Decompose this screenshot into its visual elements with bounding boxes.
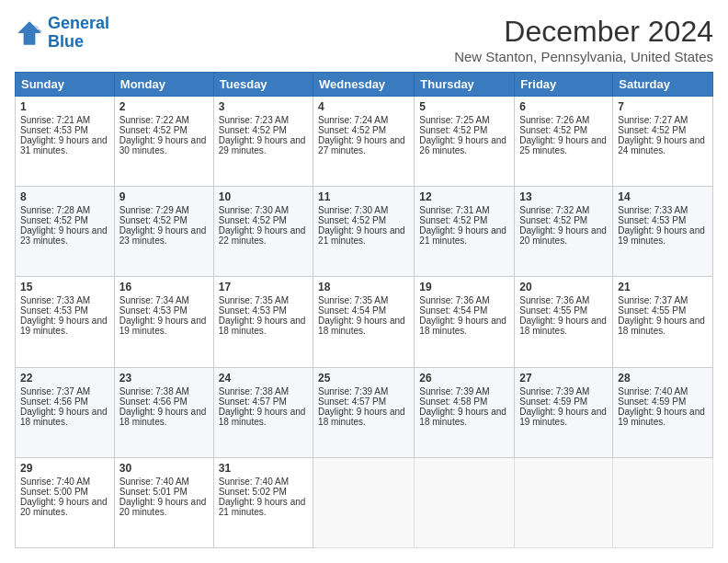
- title-area: December 2024 New Stanton, Pennsylvania,…: [454, 15, 713, 64]
- day-number: 18: [318, 281, 409, 293]
- daylight-label: Daylight: 9 hours and 18 minutes.: [419, 316, 506, 336]
- page: General Blue December 2024 New Stanton, …: [0, 0, 728, 563]
- sunset-label: Sunset: 4:56 PM: [119, 396, 188, 407]
- day-number: 27: [519, 372, 608, 385]
- sunrise-label: Sunrise: 7:38 AM: [119, 386, 189, 396]
- day-number: 9: [119, 190, 209, 203]
- daylight-label: Daylight: 9 hours and 18 minutes.: [318, 407, 405, 427]
- daylight-label: Daylight: 9 hours and 30 minutes.: [119, 135, 207, 155]
- sunset-label: Sunset: 5:00 PM: [20, 487, 88, 497]
- calendar-cell: 29 Sunrise: 7:40 AM Sunset: 5:00 PM Dayl…: [16, 457, 115, 547]
- daylight-label: Daylight: 9 hours and 21 minutes.: [419, 225, 506, 246]
- sunrise-label: Sunrise: 7:40 AM: [20, 477, 90, 487]
- sunset-label: Sunset: 4:52 PM: [219, 215, 287, 225]
- col-tuesday: Tuesday: [213, 73, 313, 97]
- sunset-label: Sunset: 5:02 PM: [219, 487, 287, 497]
- daylight-label: Daylight: 9 hours and 26 minutes.: [419, 135, 506, 155]
- daylight-label: Daylight: 9 hours and 21 minutes.: [318, 225, 405, 246]
- col-thursday: Thursday: [415, 73, 515, 97]
- calendar-cell: 26 Sunrise: 7:39 AM Sunset: 4:58 PM Dayl…: [415, 367, 515, 457]
- location: New Stanton, Pennsylvania, United States: [454, 49, 713, 64]
- calendar-cell: 6 Sunrise: 7:26 AM Sunset: 4:52 PM Dayli…: [515, 97, 613, 187]
- calendar-cell: 14 Sunrise: 7:33 AM Sunset: 4:53 PM Dayl…: [613, 187, 713, 277]
- calendar-cell: 9 Sunrise: 7:29 AM Sunset: 4:52 PM Dayli…: [114, 187, 213, 277]
- sunrise-label: Sunrise: 7:27 AM: [618, 115, 688, 125]
- sunset-label: Sunset: 4:52 PM: [318, 215, 386, 225]
- sunrise-label: Sunrise: 7:29 AM: [119, 205, 189, 215]
- day-number: 20: [519, 281, 608, 293]
- calendar-cell: [313, 457, 415, 547]
- calendar-cell: 31 Sunrise: 7:40 AM Sunset: 5:02 PM Dayl…: [213, 457, 313, 547]
- day-number: 5: [419, 100, 509, 113]
- sunset-label: Sunset: 4:53 PM: [119, 305, 188, 316]
- logo: General Blue: [15, 15, 109, 52]
- month-title: December 2024: [454, 15, 713, 49]
- day-number: 22: [20, 372, 109, 385]
- sunrise-label: Sunrise: 7:38 AM: [219, 386, 289, 396]
- day-number: 10: [219, 190, 308, 203]
- day-number: 17: [219, 281, 308, 293]
- day-number: 15: [20, 281, 109, 293]
- calendar-cell: 13 Sunrise: 7:32 AM Sunset: 4:52 PM Dayl…: [515, 187, 613, 277]
- col-sunday: Sunday: [16, 73, 115, 97]
- sunrise-label: Sunrise: 7:33 AM: [618, 205, 688, 215]
- sunset-label: Sunset: 4:52 PM: [519, 125, 587, 135]
- calendar-cell: 27 Sunrise: 7:39 AM Sunset: 4:59 PM Dayl…: [515, 367, 613, 457]
- day-number: 29: [20, 462, 109, 475]
- sunset-label: Sunset: 4:59 PM: [618, 396, 686, 407]
- logo-line1: General: [48, 14, 109, 32]
- day-number: 3: [219, 100, 308, 113]
- calendar-cell: [415, 457, 515, 547]
- day-number: 25: [318, 372, 409, 385]
- daylight-label: Daylight: 9 hours and 18 minutes.: [219, 316, 306, 336]
- day-number: 26: [419, 372, 509, 385]
- week-row-2: 8 Sunrise: 7:28 AM Sunset: 4:52 PM Dayli…: [16, 187, 713, 277]
- day-number: 13: [519, 190, 608, 203]
- calendar-cell: 2 Sunrise: 7:22 AM Sunset: 4:52 PM Dayli…: [114, 97, 213, 187]
- sunset-label: Sunset: 4:52 PM: [419, 215, 487, 225]
- sunrise-label: Sunrise: 7:24 AM: [318, 115, 388, 125]
- day-number: 7: [618, 100, 708, 113]
- daylight-label: Daylight: 9 hours and 23 minutes.: [20, 225, 108, 246]
- col-friday: Friday: [515, 73, 613, 97]
- calendar-cell: 20 Sunrise: 7:36 AM Sunset: 4:55 PM Dayl…: [515, 277, 613, 367]
- sunset-label: Sunset: 5:01 PM: [119, 487, 188, 497]
- sunset-label: Sunset: 4:52 PM: [219, 125, 287, 135]
- calendar-cell: 10 Sunrise: 7:30 AM Sunset: 4:52 PM Dayl…: [213, 187, 313, 277]
- daylight-label: Daylight: 9 hours and 31 minutes.: [20, 135, 108, 155]
- calendar-cell: 24 Sunrise: 7:38 AM Sunset: 4:57 PM Dayl…: [213, 367, 313, 457]
- sunset-label: Sunset: 4:52 PM: [419, 125, 487, 135]
- sunrise-label: Sunrise: 7:36 AM: [519, 295, 589, 305]
- sunset-label: Sunset: 4:52 PM: [519, 215, 587, 225]
- calendar-cell: 18 Sunrise: 7:35 AM Sunset: 4:54 PM Dayl…: [313, 277, 415, 367]
- calendar-cell: 17 Sunrise: 7:35 AM Sunset: 4:53 PM Dayl…: [213, 277, 313, 367]
- day-number: 30: [119, 462, 209, 475]
- daylight-label: Daylight: 9 hours and 20 minutes.: [119, 497, 207, 517]
- calendar-cell: 12 Sunrise: 7:31 AM Sunset: 4:52 PM Dayl…: [415, 187, 515, 277]
- daylight-label: Daylight: 9 hours and 18 minutes.: [318, 316, 405, 336]
- daylight-label: Daylight: 9 hours and 22 minutes.: [219, 225, 306, 246]
- sunrise-label: Sunrise: 7:30 AM: [318, 205, 388, 215]
- sunset-label: Sunset: 4:52 PM: [20, 215, 88, 225]
- calendar-cell: 4 Sunrise: 7:24 AM Sunset: 4:52 PM Dayli…: [313, 97, 415, 187]
- calendar-cell: 21 Sunrise: 7:37 AM Sunset: 4:55 PM Dayl…: [613, 277, 713, 367]
- week-row-4: 22 Sunrise: 7:37 AM Sunset: 4:56 PM Dayl…: [16, 367, 713, 457]
- daylight-label: Daylight: 9 hours and 18 minutes.: [519, 316, 607, 336]
- sunrise-label: Sunrise: 7:39 AM: [419, 386, 489, 396]
- sunset-label: Sunset: 4:55 PM: [618, 305, 686, 316]
- sunrise-label: Sunrise: 7:37 AM: [20, 386, 90, 396]
- daylight-label: Daylight: 9 hours and 18 minutes.: [219, 407, 306, 427]
- daylight-label: Daylight: 9 hours and 18 minutes.: [618, 316, 705, 336]
- daylight-label: Daylight: 9 hours and 20 minutes.: [519, 225, 607, 246]
- daylight-label: Daylight: 9 hours and 19 minutes.: [618, 225, 705, 246]
- day-number: 21: [618, 281, 708, 293]
- sunrise-label: Sunrise: 7:30 AM: [219, 205, 289, 215]
- sunset-label: Sunset: 4:53 PM: [20, 125, 88, 135]
- daylight-label: Daylight: 9 hours and 21 minutes.: [219, 497, 306, 517]
- sunrise-label: Sunrise: 7:35 AM: [219, 295, 289, 305]
- calendar-cell: 7 Sunrise: 7:27 AM Sunset: 4:52 PM Dayli…: [613, 97, 713, 187]
- day-number: 1: [20, 100, 109, 113]
- day-number: 14: [618, 190, 708, 203]
- sunrise-label: Sunrise: 7:23 AM: [219, 115, 289, 125]
- sunrise-label: Sunrise: 7:40 AM: [119, 477, 189, 487]
